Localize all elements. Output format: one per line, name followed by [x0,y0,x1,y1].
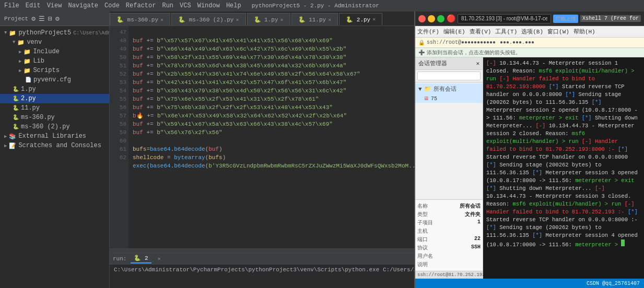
menu-code[interactable]: Code [104,2,120,9]
xshell-menu-file[interactable]: 文件(F) [417,28,439,35]
sidebar-item-extlib[interactable]: ▶ 📚 External Libraries [0,131,109,141]
window-minimize-btn[interactable] [428,15,435,22]
xshell-menu-edit[interactable]: 编辑(E) [443,28,465,35]
xshell-menu-window[interactable]: 窗口(W) [547,28,569,35]
session-properties: 名称 所有会话 类型 文件夹 子项目 1 主机 [415,199,483,271]
window-maximize-btn[interactable] [437,15,444,22]
venv-folder-icon: 📁 [17,39,25,46]
code-editor: 4748495051 5253545556 575859606162 buf +… [110,26,414,248]
browser-top-bar: 🔴 拦截上传 Xshell 7 (Free for [415,11,644,26]
scripts-folder-icon: 📁 [24,67,31,74]
tab-ms360-2-close[interactable]: ✕ [236,17,239,23]
tab-11py[interactable]: 🐍 11.py ✕ [291,13,338,26]
menu-edit[interactable]: Edit [26,2,41,9]
extlib-label: External Libraries [18,133,86,140]
menu-run[interactable]: Run [162,2,173,9]
root-folder-icon: 📁 [9,30,16,37]
sidebar-item-venv[interactable]: ▼ 📁 venv [0,38,109,47]
right-inner: 会话管理器 ✕ ▼ 📁 所有会话 🖥 75 [415,57,644,279]
scripts-label: Scripts [33,67,59,74]
lock-icon: 🔒 [418,40,425,46]
session-item-75[interactable]: 🖥 75 [415,94,483,103]
session-manager-close[interactable]: ✕ [476,60,479,67]
ms360py-file-icon: 🐍 [13,114,19,121]
tab-1py-label: 🐍 1.py [254,16,278,23]
sidebar-item-lib[interactable]: ▶ 📁 Lib [0,56,109,66]
sidebar-header: Project ⚙ ☰ ⊟ ⚙ [0,11,109,26]
xshell-menu-tools[interactable]: 工具(T) [495,28,517,35]
horizontal-scrollbar[interactable] [110,248,414,253]
sidebar-icon-list[interactable]: ☰ [39,15,45,23]
tab-11py-close[interactable]: ✕ [328,17,331,23]
sidebar-item-pyvenv[interactable]: 📄 pyvenv.cfg [0,75,109,85]
tab-1py[interactable]: 🐍 1.py ✕ [247,13,290,26]
tab-2py[interactable]: 🐍 2.py ✕ [339,13,382,26]
run-tab-bar: run: 🐍 2 ✕ [110,253,414,265]
xshell-menu-view[interactable]: 查看(V) [470,28,491,35]
terminal-output[interactable]: [-] 10.134.44.73 - Meterpreter session 1… [483,57,644,279]
sidebar-item-11py[interactable]: 🐍 11.py [0,103,109,113]
csdn-label: CSDN @qq_25761407 [587,281,640,286]
expand-arrow-scratches: ▶ [4,143,7,149]
sidebar-item-scripts[interactable]: ▶ 📁 Scripts [0,66,109,75]
menu-vcs[interactable]: VCS [180,2,191,9]
tab-2py-label: 🐍 2.py [346,16,370,23]
1py-file-icon: 🐍 [13,86,19,92]
tab-ms360[interactable]: 🐍 ms-360.py ✕ [110,13,170,26]
add-session-bar[interactable]: ➕ 添加到当前会话，点击左侧的箭头按钮。 [415,48,644,57]
ssh-ip-text: ●●●.●●●.●●● [500,40,534,45]
sidebar-item-scratches[interactable]: ▶ 📝 Scratches and Consoles [0,141,109,150]
expand-arrow-venv: ▼ [13,40,15,45]
root-label: pythonProject5 [18,29,71,37]
window-close-btn[interactable] [418,15,426,22]
extlib-folder-icon: 📚 [9,133,16,140]
editor-area: 🐍 ms-360.py ✕ 🐍 ms-360 (2).py ✕ 🐍 1.py ✕… [110,11,414,288]
1py-label: 1.py [21,86,36,93]
right-panel: 🔴 拦截上传 Xshell 7 (Free for 文件(F) 编辑(E) 查看… [414,11,644,288]
tab-ms360-close[interactable]: ✕ [160,17,163,23]
ssh-connection-text: ssh://root@●●●●●●●●●●● [427,40,496,45]
menu-file[interactable]: File [4,2,19,9]
window-title: pythonProject5 - 2.py - Administrator [252,3,379,9]
menu-window[interactable]: Window [197,2,220,9]
tab-ms360-2[interactable]: 🐍 ms-360 (2).py ✕ [171,13,245,26]
run-tab[interactable]: 🐍 2 [131,254,151,263]
sidebar-icon-split[interactable]: ⊟ [48,15,52,23]
sidebar-item-ms360py[interactable]: 🐍 ms-360.py [0,113,109,122]
menu-view[interactable]: View [47,2,62,9]
sidebar-icon-settings[interactable]: ⚙ [31,15,36,23]
xshell-menu-help[interactable]: 帮助(H) [573,28,595,35]
tab-2py-close[interactable]: ✕ [372,16,376,22]
prop-children: 子项目 1 [417,219,481,227]
xshell-menu-options[interactable]: 选项(B) [521,28,543,35]
menu-help[interactable]: Help [226,2,241,9]
code-content[interactable]: buf += b"\x57\x57\x67\x41\x45\x41\x41\x5… [128,26,414,248]
prop-note: 说明 [417,260,481,269]
2py-label: 2.py [21,95,36,102]
session-manager-title: 会话管理器 [418,59,447,67]
prop-protocol: 协议 SSH [417,244,481,252]
sidebar-item-ms360-2py[interactable]: 🐍 ms-360 (2).py [0,122,109,131]
session-group-expand: ▼ [418,86,422,92]
sidebar-item-include[interactable]: ▶ 📁 Include [0,47,109,56]
menu-navigate[interactable]: Navigate [68,2,98,9]
session-group-all[interactable]: ▼ 📁 所有会话 [415,83,483,94]
lib-folder-icon: 📁 [24,58,31,65]
menu-refactor[interactable]: Refactor [126,2,156,9]
session-search-input[interactable] [417,71,481,80]
tab-1py-close[interactable]: ✕ [280,17,284,23]
run-close-icon[interactable]: ✕ [158,256,161,262]
ssh-notification-bar: 🔒 ssh://root@●●●●●●●●●●● ●●●.●●●.●●● [415,38,644,48]
sidebar-icon-gear[interactable]: ⚙ [55,15,60,23]
sidebar-item-2py[interactable]: 🐍 2.py [0,94,109,103]
browser-back-icon[interactable]: 🔴 [447,14,455,23]
session-footer: ssh://root@81.70.252.193:22 [415,271,483,279]
ms360-2py-label: ms-360 (2).py [21,123,70,130]
pyvenv-label: pyvenv.cfg [33,76,71,83]
sidebar-content: ▼ 📁 pythonProject5 C:\Users\Administrato… [0,26,109,288]
sidebar-item-1py[interactable]: 🐍 1.py [0,85,109,94]
project-root[interactable]: ▼ 📁 pythonProject5 C:\Users\Administrato… [0,28,109,38]
status-bar: CSDN @qq_25761407 [415,279,644,288]
browser-url-input[interactable] [458,14,551,23]
sidebar-title: Project [4,16,28,22]
